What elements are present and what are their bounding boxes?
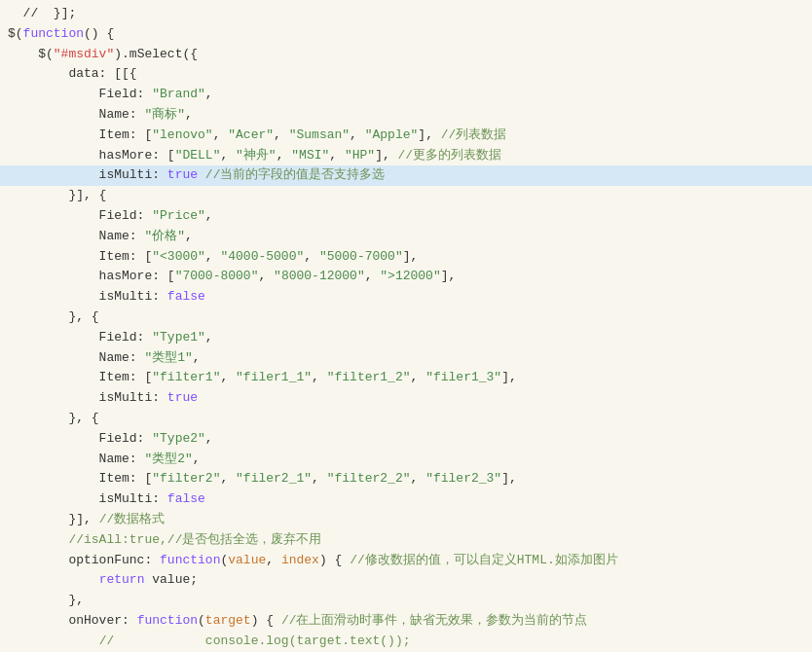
token-plain: }, [8,593,84,607]
code-line: Field: "Type1", [0,328,812,348]
token-plain: ).mSelect({ [114,47,198,61]
token-kw: true [167,390,198,405]
token-plain: , [220,370,236,384]
token-plain: () { [84,26,114,41]
token-str-green: "filer2_3" [425,471,501,486]
token-plain: hasMore: [ [8,269,175,283]
line-content: $(function() { [8,24,804,45]
token-plain: } [54,6,61,20]
token-str-green: "Brand" [152,87,205,101]
token-str-green: "filer1_1" [236,370,312,384]
token-comment: //更多的列表数据 [390,148,501,163]
line-content: // console.log(target.text()); [8,632,804,652]
token-plain: , [365,269,381,283]
token-str-green: "类型2" [144,452,192,466]
token-plain: ], [441,269,457,283]
token-plain: ]; [61,6,77,20]
token-kw: true [167,167,198,182]
token-plain: , [411,471,426,486]
code-line: //isAll:true,//是否包括全选，废弃不用 [0,530,812,551]
token-str-green: "filer1_3" [425,370,501,384]
token-plain: Field: [8,87,152,101]
token-plain: , [266,553,281,567]
token-plain: [{ [122,66,137,81]
token-plain: , [193,350,201,365]
token-str-green: "神舟" [236,148,277,163]
token-plain: , [350,127,365,142]
code-line: // console.log(target.text()); [0,632,812,652]
token-plain: , [220,148,236,163]
line-content: Name: "类型1", [8,348,804,369]
token-str-green: "4000-5000" [220,249,304,264]
token-str-green: "lenovo" [152,127,212,142]
token-plain [8,6,23,20]
code-line: isMulti: false [0,489,812,510]
token-plain: , [258,269,274,283]
code-line: isMulti: true [0,388,812,409]
token-str-green: "filter2_2" [327,471,411,486]
code-editor: // }];$(function() { $("#msdiv").mSelect… [0,0,812,652]
token-plain: , [205,330,213,344]
line-content: Name: "商标", [8,105,804,126]
token-str-green: "HP" [345,148,375,163]
code-line: isMulti: true //当前的字段的值是否支持多选 [0,165,812,186]
token-plain: ], [418,127,433,142]
token-plain: , [312,471,327,486]
token-plain: }, { [8,411,99,425]
code-line: Name: "价格", [0,227,812,247]
token-comment: //修改数据的值，可以自定义HTML.如添加图片 [350,553,618,567]
token-plain: onHover: [8,613,137,628]
token-param: index [281,553,319,567]
token-str-green: "Price" [152,208,205,223]
token-plain: ], [501,370,517,384]
token-str-green: "filter1_2" [327,370,411,384]
token-plain: , [213,127,229,142]
code-line: $("#msdiv").mSelect({ [0,45,812,65]
line-content: Field: "Brand", [8,85,804,105]
line-content: Field: "Price", [8,206,804,227]
line-content: }, [8,591,804,611]
token-plain: Name: [8,229,144,243]
code-line: hasMore: ["DELL", "神舟", "MSI", "HP"], //… [0,146,812,166]
token-plain: ], [375,148,390,163]
token-plain: , [205,249,221,264]
token-plain: , [312,370,327,384]
token-str-green: "5000-7000" [319,249,403,264]
token-plain: , [205,87,213,101]
token-comment: console.log(target.text()); [114,634,410,648]
token-plain: $( [8,26,23,41]
code-line: Item: ["filter1", "filer1_1", "filter1_2… [0,368,812,388]
token-str-green: "<3000" [152,249,205,264]
code-line: // }]; [0,4,812,24]
token-plain: Name: [8,107,144,122]
line-content: // }]; [8,4,804,24]
token-plain: data: [ [8,66,122,81]
token-plain: } [8,188,76,202]
line-content: $("#msdiv").mSelect({ [8,45,804,65]
token-plain: Name: [8,452,144,466]
code-line: data: [[{ [0,64,812,85]
token-plain: Field: [8,330,152,344]
code-line: $(function() { [0,24,812,45]
token-plain [8,634,99,648]
token-plain: ) { [319,553,350,567]
code-line: Field: "Type2", [0,429,812,450]
token-plain: ], { [76,188,106,202]
token-plain: hasMore: [ [8,148,175,163]
token-plain: ], [501,471,517,486]
code-line: Name: "商标", [0,105,812,126]
line-content: isMulti: false [8,489,804,510]
code-line: }], { [0,186,812,206]
token-str-green: "类型1" [144,350,192,365]
code-line: }], //数据格式 [0,510,812,530]
line-content: Item: ["lenovo", "Acer", "Sumsan", "Appl… [8,126,804,146]
line-content: Item: ["filter2", "filer2_1", "filter2_2… [8,469,804,489]
token-plain: , [193,452,201,466]
token-kw: function [23,26,84,41]
token-plain: , [411,370,426,384]
token-kw: false [167,491,205,506]
line-content: Field: "Type2", [8,429,804,450]
token-plain: ( [198,613,205,628]
token-plain: , [205,208,213,223]
code-line: Item: ["filter2", "filer2_1", "filter2_2… [0,469,812,489]
